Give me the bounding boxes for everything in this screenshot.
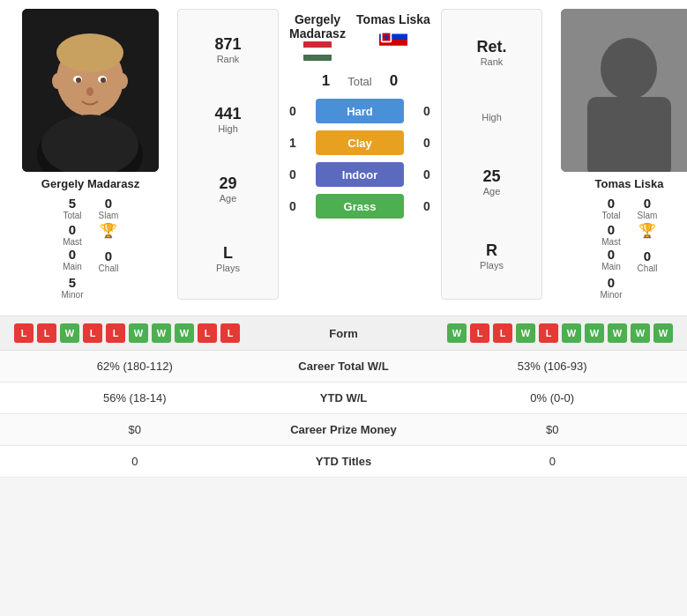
right-mast-value: 0 [608, 222, 615, 237]
ytd-wl-right: 0% (0-0) [432, 391, 674, 404]
form-badge-right-3: L [493, 323, 512, 343]
indoor-score-right: 0 [418, 167, 436, 182]
grass-score-left: 0 [284, 199, 302, 213]
total-label: Total [347, 75, 371, 88]
right-total-label: Total [601, 211, 620, 220]
right-age-stat: 25 Age [482, 167, 500, 197]
right-mid-stats: Ret. Rank High 25 Age R Plays [441, 9, 542, 300]
form-badge-right-4: W [516, 323, 535, 343]
flag-stripe-red [303, 41, 332, 48]
top-section: Gergely Madarasz 5 Total 0 Slam 0 Mast 🏆 [0, 0, 687, 308]
left-player-card: Gergely Madarasz 5 Total 0 Slam 0 Mast 🏆 [9, 9, 172, 300]
svg-point-8 [76, 78, 81, 83]
form-badges-right: W L L W L W W W W W [414, 323, 674, 343]
clay-badge: Clay [316, 130, 404, 155]
right-chall-label: Chall [638, 263, 658, 273]
prize-money-label: Career Prize Money [256, 423, 432, 436]
right-player-photo [561, 9, 687, 172]
left-slam-label: Slam [99, 211, 119, 220]
svg-point-10 [86, 87, 93, 96]
indoor-badge: Indoor [316, 162, 404, 187]
right-high-label: High [482, 112, 502, 122]
right-rank-value: Ret. [476, 38, 506, 56]
main-container: Gergely Madarasz 5 Total 0 Slam 0 Mast 🏆 [0, 0, 687, 478]
form-badge-left-10: L [220, 323, 240, 343]
left-mid-stats: 871 Rank 441 High 29 Age L Plays [177, 9, 279, 300]
flag-stripe-white [303, 48, 332, 54]
surface-grass-row: 0 Grass 0 [284, 194, 436, 219]
form-badge-left-3: W [60, 323, 79, 343]
svg-rect-20 [587, 97, 671, 172]
slovakia-flag [379, 27, 407, 47]
left-main-label: Main [63, 262, 82, 271]
right-player-stats-grid: 0 Total 0 Slam 0 Mast 🏆 0 Main [600, 196, 658, 300]
right-slam-cell: 0 Slam [637, 196, 659, 220]
left-flag [303, 42, 332, 60]
form-badge-right-1: W [447, 323, 467, 343]
left-age-stat: 29 Age [219, 174, 236, 204]
left-high-value: 441 [214, 105, 241, 123]
form-badges-left: L L W L L W W W L L [14, 323, 273, 343]
left-minor-label: Minor [61, 290, 83, 300]
total-row: 1 Total 0 [322, 72, 398, 90]
ytd-titles-row: 0 YTD Titles 0 [0, 446, 687, 478]
svg-point-9 [101, 78, 106, 83]
form-badge-left-2: L [37, 323, 56, 343]
left-mast-value: 0 [69, 222, 76, 237]
right-age-label: Age [483, 186, 501, 197]
form-badge-right-10: W [653, 323, 673, 343]
left-plays-label: Plays [216, 263, 240, 273]
player-names-row: GergelyMadarasz Tomas Liska [284, 9, 436, 62]
ytd-titles-left: 0 [14, 455, 256, 468]
form-badge-left-4: L [83, 323, 102, 343]
indoor-score-left: 0 [284, 167, 302, 182]
surface-hard-row: 0 Hard 0 [284, 99, 436, 123]
left-mast-label: Mast [63, 237, 82, 247]
right-slam-value: 0 [644, 196, 651, 211]
right-chall-value: 0 [644, 249, 651, 263]
left-high-label: High [218, 123, 238, 134]
form-label: Form [273, 327, 414, 340]
prize-money-left: $0 [14, 423, 256, 436]
total-score-right: 0 [390, 72, 398, 90]
center-content: GergelyMadarasz Tomas Liska [284, 9, 436, 300]
right-flag [379, 28, 407, 46]
left-total-label: Total [63, 211, 81, 220]
right-name-header: Tomas Liska [356, 12, 430, 62]
left-rank-label: Rank [217, 54, 240, 64]
right-age-value: 25 [482, 167, 500, 186]
form-badge-left-5: L [106, 323, 125, 343]
left-chall-label: Chall [99, 263, 119, 273]
right-plays-value: R [486, 241, 497, 260]
career-wl-left: 62% (180-112) [14, 360, 256, 373]
left-plays-value: L [223, 244, 233, 263]
form-row: L L W L L W W W L L Form W L L W L W W W [0, 316, 687, 351]
right-main-value: 0 [608, 247, 615, 262]
svg-point-4 [52, 73, 63, 89]
left-player-photo [22, 9, 159, 172]
right-minor-cell: 0 Minor [600, 275, 622, 300]
career-wl-label: Career Total W/L [256, 360, 432, 373]
trophy-icon-right: 🏆 [638, 222, 656, 239]
right-slam-label: Slam [638, 211, 658, 220]
form-badge-right-9: W [631, 323, 650, 343]
prize-money-row: $0 Career Prize Money $0 [0, 414, 687, 446]
form-badge-left-6: W [129, 323, 148, 343]
career-wl-row: 62% (180-112) Career Total W/L 53% (106-… [0, 351, 687, 382]
surface-clay-row: 1 Clay 0 [284, 130, 436, 155]
left-age-label: Age [220, 193, 237, 204]
prize-money-right: $0 [432, 423, 674, 436]
right-main-label: Main [601, 262, 621, 271]
left-main-cell: 0 Main [61, 247, 83, 273]
left-high-stat: 441 High [214, 105, 241, 134]
right-player-svg [561, 9, 687, 172]
hard-score-right: 0 [418, 104, 436, 118]
svg-point-19 [601, 38, 657, 100]
left-total-cell: 5 Total [61, 196, 83, 220]
left-chall-cell: 0 Chall [98, 249, 120, 273]
form-badge-right-7: W [585, 323, 604, 343]
left-minor-cell: 5 Minor [61, 275, 83, 300]
right-total-cell: 0 Total [600, 196, 622, 220]
hard-badge: Hard [316, 99, 404, 123]
left-name-header: GergelyMadarasz [289, 12, 346, 62]
